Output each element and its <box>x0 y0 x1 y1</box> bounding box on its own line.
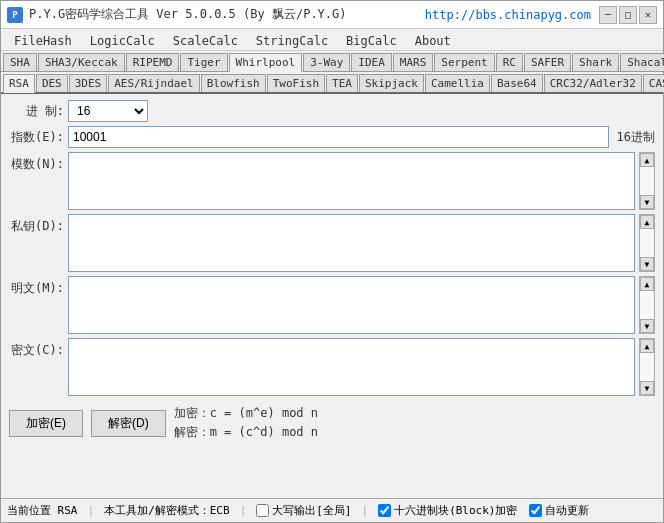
modulus-input[interactable] <box>68 152 635 210</box>
maximize-button[interactable]: □ <box>619 6 637 24</box>
encrypt-button[interactable]: 加密(E) <box>9 410 83 437</box>
tab-blowfish[interactable]: Blowfish <box>201 74 266 92</box>
tab-row-1: SHA SHA3/Keccak RIPEMD Tiger Whirlpool 3… <box>1 51 663 72</box>
checkbox-uppercase-label: 大写输出[全局] <box>272 503 351 518</box>
tab-sha[interactable]: SHA <box>3 53 37 71</box>
tab-row-2: RSA DES 3DES AES/Rijndael Blowfish TwoFi… <box>1 72 663 94</box>
scroll-down-arrow-pt[interactable]: ▼ <box>640 319 654 333</box>
private-key-label: 私钥(D): <box>9 214 64 235</box>
scroll-down-arrow-ct[interactable]: ▼ <box>640 381 654 395</box>
plaintext-label: 明文(M): <box>9 276 64 297</box>
private-key-input[interactable] <box>68 214 635 272</box>
tab-mars[interactable]: MARS <box>393 53 434 71</box>
menu-bar: FileHash LogicCalc ScaleCalc StringCalc … <box>1 29 663 51</box>
window-controls: ─ □ ✕ <box>599 6 657 24</box>
menu-logiccalc[interactable]: LogicCalc <box>81 31 164 48</box>
private-key-scrollbar[interactable]: ▲ ▼ <box>639 214 655 272</box>
scroll-down-arrow-pk[interactable]: ▼ <box>640 257 654 271</box>
tab-tea[interactable]: TEA <box>326 74 358 92</box>
action-buttons: 加密(E) 解密(D) 加密：c = (m^e) mod n 解密：m = (c… <box>9 400 655 446</box>
scroll-up-arrow[interactable]: ▲ <box>640 153 654 167</box>
checkbox-block-input[interactable] <box>378 504 391 517</box>
scroll-up-arrow-ct[interactable]: ▲ <box>640 339 654 353</box>
tab-3des[interactable]: 3DES <box>69 74 108 92</box>
tab-rc[interactable]: RC <box>496 53 523 71</box>
tab-tiger[interactable]: Tiger <box>180 53 227 71</box>
tab-skipjack[interactable]: Skipjack <box>359 74 424 92</box>
scroll-up-arrow-pt[interactable]: ▲ <box>640 277 654 291</box>
tab-idea[interactable]: IDEA <box>351 53 392 71</box>
plaintext-input[interactable] <box>68 276 635 334</box>
formula-encrypt: 加密：c = (m^e) mod n <box>174 404 318 423</box>
menu-stringcalc[interactable]: StringCalc <box>247 31 337 48</box>
tab-3way[interactable]: 3-Way <box>303 53 350 71</box>
close-button[interactable]: ✕ <box>639 6 657 24</box>
scroll-up-arrow-pk[interactable]: ▲ <box>640 215 654 229</box>
tab-safer[interactable]: SAFER <box>524 53 571 71</box>
exponent-row: 指数(E): 16进制 <box>9 126 655 148</box>
base-select[interactable]: 16 10 8 2 <box>68 100 148 122</box>
tab-aes[interactable]: AES/Rijndael <box>108 74 199 92</box>
base-row: 进 制: 16 10 8 2 <box>9 100 655 122</box>
app-url[interactable]: http://bbs.chinapyg.com <box>425 8 591 22</box>
content-area: 进 制: 16 10 8 2 指数(E): 16进制 模数(N): ▲ ▼ <box>1 94 663 498</box>
tab-base64[interactable]: Base64 <box>491 74 543 92</box>
scroll-down-arrow[interactable]: ▼ <box>640 195 654 209</box>
checkbox-autoupdate-label: 自动更新 <box>545 503 589 518</box>
tab-ripemd[interactable]: RIPEMD <box>126 53 180 71</box>
modulus-label: 模数(N): <box>9 152 64 173</box>
base-label: 进 制: <box>9 103 64 120</box>
checkbox-uppercase-input[interactable] <box>256 504 269 517</box>
menu-filehash[interactable]: FileHash <box>5 31 81 48</box>
title-bar: P P.Y.G密码学综合工具 Ver 5.0.0.5 (By 飘云/P.Y.G)… <box>1 1 663 29</box>
tab-shacal2[interactable]: Shacal2 <box>620 53 664 71</box>
tab-twofish[interactable]: TwoFish <box>267 74 325 92</box>
tab-camellia[interactable]: Camellia <box>425 74 490 92</box>
modulus-scrollbar[interactable]: ▲ ▼ <box>639 152 655 210</box>
checkbox-autoupdate[interactable]: 自动更新 <box>529 503 589 518</box>
menu-bigcalc[interactable]: BigCalc <box>337 31 406 48</box>
ciphertext-input[interactable] <box>68 338 635 396</box>
ciphertext-label: 密文(C): <box>9 338 64 359</box>
checkbox-block[interactable]: 十六进制块(Block)加密 <box>378 503 517 518</box>
private-key-row: 私钥(D): ▲ ▼ <box>9 214 655 272</box>
tab-whirlpool[interactable]: Whirlpool <box>229 53 303 72</box>
ciphertext-row: 密文(C): ▲ ▼ <box>9 338 655 396</box>
menu-scalecalc[interactable]: ScaleCalc <box>164 31 247 48</box>
tab-des[interactable]: DES <box>36 74 68 92</box>
ciphertext-scrollbar[interactable]: ▲ ▼ <box>639 338 655 396</box>
exponent-label: 指数(E): <box>9 129 64 146</box>
main-window: P P.Y.G密码学综合工具 Ver 5.0.0.5 (By 飘云/P.Y.G)… <box>0 0 664 523</box>
app-icon: P <box>7 7 23 23</box>
exponent-input[interactable] <box>68 126 609 148</box>
tab-crc32[interactable]: CRC32/Adler32 <box>544 74 642 92</box>
modulus-row: 模数(N): ▲ ▼ <box>9 152 655 210</box>
status-position: 当前位置 RSA <box>7 503 78 518</box>
status-mode: 本工具加/解密模式：ECB <box>104 503 230 518</box>
plaintext-row: 明文(M): ▲ ▼ <box>9 276 655 334</box>
checkbox-uppercase[interactable]: 大写输出[全局] <box>256 503 351 518</box>
tab-cast[interactable]: CAST <box>643 74 664 92</box>
exponent-hint: 16进制 <box>617 129 655 146</box>
tab-serpent[interactable]: Serpent <box>434 53 494 71</box>
formula-decrypt: 解密：m = (c^d) mod n <box>174 423 318 442</box>
tab-sha3[interactable]: SHA3/Keccak <box>38 53 125 71</box>
tab-shark[interactable]: Shark <box>572 53 619 71</box>
menu-about[interactable]: About <box>406 31 460 48</box>
plaintext-scrollbar[interactable]: ▲ ▼ <box>639 276 655 334</box>
checkbox-autoupdate-input[interactable] <box>529 504 542 517</box>
decrypt-button[interactable]: 解密(D) <box>91 410 166 437</box>
formula-area: 加密：c = (m^e) mod n 解密：m = (c^d) mod n <box>174 404 318 442</box>
checkbox-block-label: 十六进制块(Block)加密 <box>394 503 517 518</box>
minimize-button[interactable]: ─ <box>599 6 617 24</box>
app-title: P.Y.G密码学综合工具 Ver 5.0.0.5 (By 飘云/P.Y.G) <box>29 6 417 23</box>
tab-rsa[interactable]: RSA <box>3 74 35 93</box>
status-bar: 当前位置 RSA | 本工具加/解密模式：ECB | 大写输出[全局] | 十六… <box>1 498 663 522</box>
